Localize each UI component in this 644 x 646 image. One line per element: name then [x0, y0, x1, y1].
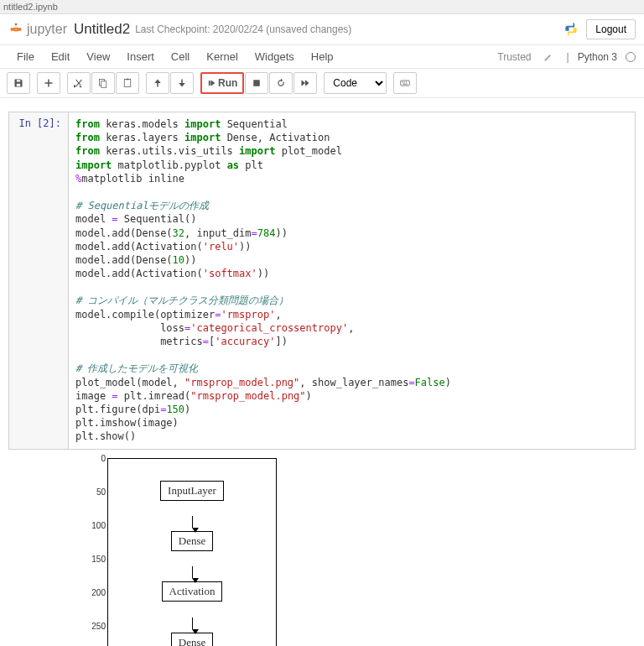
model-diagram: 0 50 100 150 200 250 300 350 400 InputLa… — [84, 458, 277, 647]
diagram-node: Activation — [162, 581, 223, 602]
svg-rect-9 — [406, 82, 408, 83]
run-button[interactable]: Run — [200, 72, 244, 94]
svg-rect-3 — [124, 80, 131, 87]
kernel-name[interactable]: Python 3 — [578, 51, 617, 63]
menu-file[interactable]: File — [8, 47, 43, 66]
svg-rect-6 — [401, 81, 410, 86]
command-palette-button[interactable] — [393, 72, 417, 94]
jupyter-logo-text: jupyter — [27, 22, 67, 37]
python-icon — [563, 21, 579, 38]
restart-icon — [276, 78, 286, 88]
notebook-header: jupyter Untitled2 Last Checkpoint: 2020/… — [0, 14, 644, 45]
y-axis: 0 50 100 150 200 250 300 350 400 — [84, 458, 107, 647]
insert-cell-button[interactable] — [37, 72, 60, 94]
cell-type-select[interactable]: Code — [324, 72, 387, 94]
menu-kernel[interactable]: Kernel — [198, 47, 247, 66]
save-button[interactable] — [7, 72, 30, 94]
logout-button[interactable]: Logout — [586, 19, 636, 39]
run-icon — [207, 79, 216, 87]
browser-tab: ntitled2.ipynb — [0, 0, 644, 14]
paste-icon — [122, 78, 132, 88]
restart-button[interactable] — [269, 72, 293, 94]
arrow-up-icon — [153, 78, 163, 88]
trusted-indicator: Trusted — [497, 51, 531, 63]
svg-rect-4 — [127, 79, 129, 81]
save-icon — [13, 78, 23, 88]
arrow-down-icon — [177, 78, 187, 88]
kernel-indicator-icon — [626, 52, 636, 62]
jupyter-icon — [8, 22, 23, 37]
diagram-node: Dense — [171, 633, 214, 646]
menu-help[interactable]: Help — [303, 47, 342, 66]
checkpoint-text: Last Checkpoint: 2020/02/24 (unsaved cha… — [135, 23, 351, 35]
svg-rect-8 — [404, 82, 406, 83]
cell-output: 0 50 100 150 200 250 300 350 400 InputLa… — [67, 450, 636, 647]
diagram-node: InputLayer — [160, 481, 224, 501]
menu-insert[interactable]: Insert — [118, 47, 163, 66]
jupyter-logo[interactable]: jupyter — [8, 22, 67, 37]
copy-icon — [98, 78, 108, 88]
svg-rect-2 — [101, 81, 106, 88]
plus-icon — [44, 78, 54, 88]
keyboard-icon — [400, 78, 410, 88]
interrupt-button[interactable] — [245, 72, 268, 94]
move-up-button[interactable] — [146, 72, 169, 94]
pencil-icon — [543, 52, 553, 62]
cut-button[interactable] — [67, 72, 91, 94]
cell-prompt: In [2]: — [9, 112, 68, 449]
code-cell[interactable]: In [2]: from keras.models import Sequent… — [8, 112, 636, 450]
restart-run-all-button[interactable] — [293, 72, 317, 94]
run-label: Run — [218, 77, 237, 89]
copy-button[interactable] — [91, 72, 115, 94]
plot-area: InputLayer Dense Activation Dense Activa… — [107, 458, 277, 647]
svg-rect-7 — [402, 82, 404, 83]
svg-rect-5 — [254, 80, 261, 86]
notebook-title[interactable]: Untitled2 — [74, 21, 130, 38]
menu-edit[interactable]: Edit — [43, 47, 78, 66]
menu-view[interactable]: View — [78, 47, 118, 66]
paste-button[interactable] — [116, 72, 139, 94]
svg-point-0 — [15, 23, 18, 26]
toolbar: Run Code — [0, 69, 644, 98]
fast-forward-icon — [300, 78, 310, 88]
code-editor[interactable]: from keras.models import Sequential from… — [68, 112, 635, 449]
move-down-button[interactable] — [170, 72, 194, 94]
notebook-container: In [2]: from keras.models import Sequent… — [0, 98, 644, 646]
menu-bar: File Edit View Insert Cell Kernel Widget… — [0, 45, 644, 69]
diagram-node: Dense — [171, 531, 214, 551]
stop-icon — [252, 78, 262, 88]
svg-rect-10 — [402, 84, 408, 85]
menu-widgets[interactable]: Widgets — [247, 47, 303, 66]
menu-cell[interactable]: Cell — [163, 47, 198, 66]
cut-icon — [74, 78, 84, 88]
